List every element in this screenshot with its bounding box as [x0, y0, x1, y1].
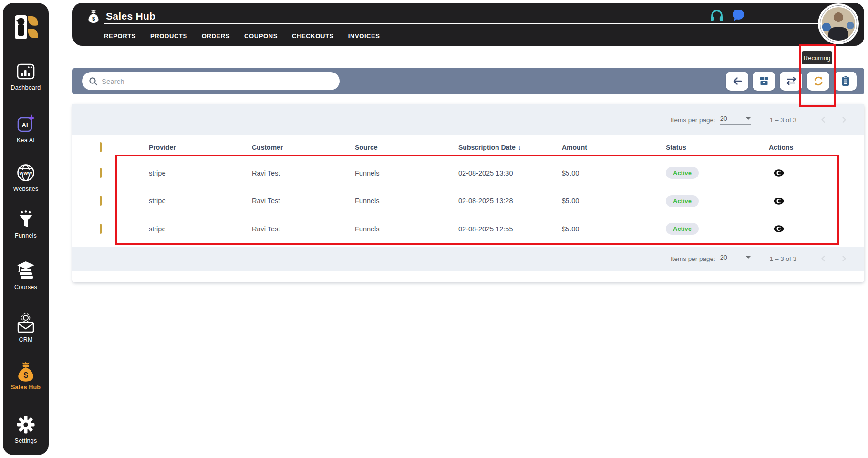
table-row: stripe Ravi Test Funnels 02-08-2025 13:2…	[72, 187, 864, 215]
back-button[interactable]	[726, 72, 748, 91]
cell-provider: stripe	[149, 225, 252, 233]
sidebar: Dashboard AI Kea AI WWW Websites	[3, 3, 49, 455]
view-button[interactable]	[772, 166, 786, 180]
refresh-icon	[813, 75, 824, 87]
package-icon	[758, 75, 770, 87]
support-headphones-icon[interactable]	[710, 9, 724, 24]
status-badge: Active	[666, 167, 699, 179]
user-avatar[interactable]	[820, 6, 857, 42]
search-box	[82, 72, 340, 90]
svg-text:$: $	[92, 16, 95, 21]
sidebar-item-courses[interactable]: Courses	[3, 260, 49, 291]
sidebar-item-dashboard[interactable]: Dashboard	[3, 61, 49, 91]
column-header-customer[interactable]: Customer	[252, 144, 355, 151]
svg-text:AI: AI	[22, 122, 28, 129]
nav-tab-checkouts[interactable]: CHECKOUTS	[292, 32, 334, 40]
sidebar-item-websites[interactable]: WWW Websites	[3, 162, 49, 192]
sidebar-item-label: Dashboard	[3, 84, 49, 91]
page-title: Sales Hub	[106, 10, 155, 22]
products-button[interactable]	[753, 72, 775, 91]
recurring-button[interactable]	[807, 72, 829, 91]
previous-page-button[interactable]	[817, 114, 829, 125]
sidebar-item-settings[interactable]: Settings	[3, 414, 49, 444]
globe-www-icon: WWW	[3, 162, 49, 183]
next-page-button[interactable]	[838, 253, 850, 264]
sidebar-item-label: CRM	[3, 336, 49, 343]
view-button[interactable]	[772, 194, 786, 208]
table-header-row: Provider Customer Source Subscription Da…	[72, 135, 864, 159]
nav-tab-orders[interactable]: ORDERS	[202, 32, 230, 40]
items-per-page-label: Items per page:	[671, 255, 715, 262]
app-logo[interactable]	[3, 13, 49, 41]
eye-icon	[773, 169, 785, 177]
sidebar-item-crm[interactable]: CRM	[3, 313, 49, 343]
search-icon	[89, 77, 98, 86]
cell-subscription-date: 02-08-2025 13:28	[458, 197, 562, 205]
row-checkbox[interactable]	[100, 196, 102, 206]
view-button[interactable]	[772, 222, 786, 236]
table-row: stripe Ravi Test Funnels 02-08-2025 13:3…	[72, 159, 864, 187]
column-header-status[interactable]: Status	[666, 144, 769, 151]
swap-horizontal-icon	[785, 75, 797, 87]
paginator-bottom: Items per page: 20 1 – 3 of 3	[72, 247, 864, 271]
nav-tab-reports[interactable]: REPORTS	[104, 32, 136, 40]
items-per-page-select[interactable]: 20	[720, 115, 751, 125]
cell-source: Funnels	[355, 225, 458, 233]
paginator-top: Items per page: 20 1 – 3 of 3	[72, 104, 864, 135]
envelope-gear-icon	[3, 313, 49, 334]
column-header-provider[interactable]: Provider	[149, 144, 252, 151]
arrow-left-icon	[732, 75, 743, 87]
app-header: $ Sales Hub REPORTS PRODUCTS ORDERS COUP…	[72, 3, 864, 46]
sidebar-item-label: Settings	[3, 437, 49, 444]
nav-tab-invoices[interactable]: INVOICES	[348, 32, 380, 40]
sidebar-item-label: Kea AI	[3, 137, 49, 144]
dashboard-icon	[3, 61, 49, 82]
items-per-page-value: 20	[720, 115, 727, 122]
sidebar-item-label: Websites	[3, 186, 49, 192]
cell-provider: stripe	[149, 197, 252, 205]
recurring-tooltip: Recurring	[802, 51, 832, 64]
chevron-down-icon	[746, 256, 751, 259]
eye-icon	[773, 197, 785, 205]
nav-tab-products[interactable]: PRODUCTS	[150, 32, 187, 40]
next-page-button[interactable]	[838, 114, 850, 125]
row-checkbox[interactable]	[100, 224, 102, 234]
money-bag-icon: $	[87, 9, 100, 23]
clipboard-icon	[840, 75, 851, 87]
column-header-amount[interactable]: Amount	[562, 144, 666, 151]
table-row: stripe Ravi Test Funnels 02-08-2025 12:5…	[72, 215, 864, 243]
sidebar-item-label: Sales Hub	[3, 384, 49, 391]
kea-logo-icon	[12, 13, 40, 41]
subscriptions-card: Items per page: 20 1 – 3 of 3 Provider C…	[72, 104, 864, 282]
cell-amount: $5.00	[562, 197, 666, 205]
nav-tab-coupons[interactable]: COUPONS	[244, 32, 278, 40]
money-bag-icon: $	[3, 361, 49, 382]
sidebar-item-sales-hub[interactable]: $ Sales Hub	[3, 361, 49, 391]
column-header-actions: Actions	[769, 144, 864, 151]
sidebar-item-kea-ai[interactable]: AI Kea AI	[3, 114, 49, 144]
items-per-page-label: Items per page:	[671, 116, 715, 124]
graduation-books-icon	[3, 260, 49, 281]
page-range-label: 1 – 3 of 3	[770, 116, 796, 124]
cell-customer: Ravi Test	[252, 169, 355, 177]
svg-text:WWW: WWW	[20, 170, 32, 176]
cell-subscription-date: 02-08-2025 13:30	[458, 169, 562, 177]
eye-icon	[773, 225, 785, 233]
cell-customer: Ravi Test	[252, 197, 355, 205]
search-input[interactable]	[102, 77, 333, 85]
page-range-label: 1 – 3 of 3	[770, 255, 796, 262]
table-toolbar	[72, 68, 864, 94]
previous-page-button[interactable]	[817, 253, 829, 264]
row-checkbox[interactable]	[100, 168, 102, 178]
items-per-page-select[interactable]: 20	[720, 254, 751, 263]
sidebar-item-funnels[interactable]: Funnels	[3, 209, 49, 239]
column-header-source[interactable]: Source	[355, 144, 458, 151]
report-list-button[interactable]	[834, 72, 857, 91]
transactions-button[interactable]	[780, 72, 802, 91]
chat-bubble-icon[interactable]	[732, 9, 745, 24]
column-header-subscription-date[interactable]: Subscription Date ↓	[458, 144, 562, 151]
cell-provider: stripe	[149, 169, 252, 177]
cell-customer: Ravi Test	[252, 225, 355, 233]
select-all-checkbox[interactable]	[100, 142, 102, 152]
chevron-down-icon	[746, 117, 751, 120]
